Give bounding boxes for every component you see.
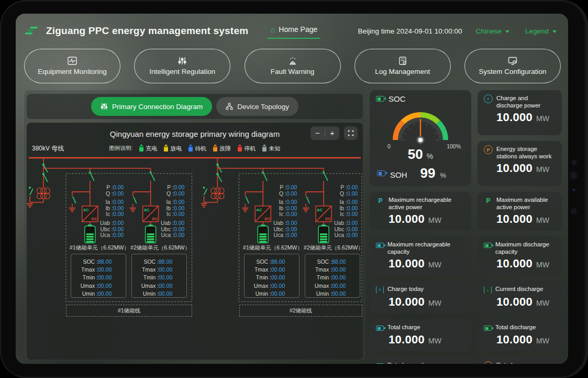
nav-intelligent-regulation[interactable]: Intelligent Regulation <box>134 49 230 83</box>
measurement-label: Uca <box>160 232 174 239</box>
metric-title: Current discharge <box>495 285 543 293</box>
stat-value: 00.00 <box>332 274 351 282</box>
home-page-tab[interactable]: ⌂ Home Page <box>267 23 320 39</box>
stat-value: 00.00 <box>271 282 291 290</box>
busbar-label: 380kV 母线 <box>32 144 64 153</box>
measurement-value: 0.00 <box>347 232 358 238</box>
app-logo <box>25 25 41 37</box>
stat-label: SOC <box>314 258 332 266</box>
nav-label: Equipment Monitoring <box>38 68 106 75</box>
measurement-value: 0.00 <box>174 232 184 238</box>
metric-value: 10.000 <box>389 295 425 309</box>
stat-value: 00.00 <box>98 274 117 282</box>
line-label-box: #1储能线 <box>66 305 192 317</box>
card-icon <box>376 326 384 331</box>
ac-label: AC <box>144 208 150 212</box>
stat-value: 88.00 <box>332 258 351 266</box>
chevron-down-icon <box>505 30 509 33</box>
legend-label: 停机 <box>244 145 256 153</box>
diagram-title: Qingyuan energy storage primary wiring d… <box>110 129 280 138</box>
card-icon: P <box>484 145 493 154</box>
measurement-label: P <box>99 185 113 191</box>
measurement-label: Q <box>334 191 347 197</box>
zoom-in-button[interactable]: + <box>325 126 339 140</box>
measurement-value: 0.00 <box>347 199 358 205</box>
stat-label: SOC <box>140 258 159 266</box>
unit-measurements: P0.00Q0.00Ia0.00Ib0.00Ic0.00Uab0.00Ubc0.… <box>334 185 358 239</box>
stat-label: Tmin <box>314 274 332 282</box>
circuit-canvas[interactable]: AC DC AC DC <box>27 155 363 361</box>
legend-title: 图例说明: <box>109 145 132 152</box>
fullscreen-button[interactable] <box>344 126 358 140</box>
nav-fault-warning[interactable]: Fault Warning <box>245 49 341 83</box>
measurement-label: P <box>334 185 347 191</box>
soc-gauge-card: SOC <box>370 90 471 186</box>
card-icon: P <box>484 196 493 205</box>
legend-dropdown[interactable]: Legend <box>525 27 557 35</box>
battery-icon <box>139 146 143 152</box>
metric-title: Maximum available active power <box>496 196 556 211</box>
language-dropdown[interactable]: Chinese <box>475 27 509 35</box>
stat-label: Umin <box>80 290 98 298</box>
measurement-label: Uab <box>99 220 113 226</box>
screen-gear-icon <box>508 57 517 65</box>
stat-label: Umax <box>253 282 271 290</box>
zoom-controls: − + <box>310 126 339 140</box>
measurement-value: 0.00 <box>286 205 297 211</box>
wiring-diagram-panel: Primary Connection Diagram <box>24 90 365 361</box>
measurement-value: 0.00 <box>286 232 297 238</box>
stat-label: Tmin <box>80 274 98 282</box>
metric-card: ⚡ Charge and discharge power 10.000 MW <box>478 90 562 135</box>
battery-icon <box>213 146 217 152</box>
measurement-value: 0.00 <box>113 184 124 190</box>
stat-value: 00.00 <box>271 290 291 298</box>
metric-value: 10.000 <box>496 212 532 226</box>
stat-value: 00.00 <box>159 282 178 290</box>
legend-item: 未知 <box>262 145 280 153</box>
diagram-tabs: Primary Connection Diagram <box>27 94 363 119</box>
soc-battery-icon <box>376 96 384 102</box>
unit-measurements: P0.00Q0.00Ia0.00Ib0.00Ic0.00Uab0.00Ubc0.… <box>160 185 184 239</box>
nav-equipment-monitoring[interactable]: Equipment Monitoring <box>24 49 120 83</box>
nav-log-management[interactable]: Log Management <box>354 49 451 83</box>
camera-lens <box>569 171 578 180</box>
measurement-value: 0.00 <box>174 205 184 211</box>
dc-label: DC <box>325 217 331 221</box>
metric-card: Total charge 10.000 MW <box>370 319 471 351</box>
measurement-label: Ic <box>334 211 347 218</box>
metric-unit: MW <box>536 165 549 174</box>
alarm-icon <box>288 57 297 65</box>
tab-device-topology[interactable]: Device Topology <box>216 97 298 116</box>
primary-wiring-diagram: Qingyuan energy storage primary wiring d… <box>27 123 363 360</box>
gauge-min-label: 0 <box>387 143 391 149</box>
stat-value: 00.00 <box>332 282 351 290</box>
measurement-value: 0.00 <box>113 205 124 211</box>
nav-system-configuration[interactable]: System Configuration <box>464 49 561 83</box>
home-icon: ⌂ <box>270 26 275 34</box>
metric-unit: MW <box>428 299 441 307</box>
dc-label: DC <box>264 217 270 221</box>
tab-primary-connection-diagram[interactable]: Primary Connection Diagram <box>91 97 212 116</box>
stat-label: Tmax <box>80 266 98 274</box>
stat-label: Umax <box>140 282 159 290</box>
measurement-value: 0.00 <box>113 226 124 232</box>
unit-stats-box: SOC88.00Tmax00.00Tmin00.00Umax00.00Umin0… <box>131 254 187 298</box>
measurement-value: 0.00 <box>174 220 184 226</box>
dc-label: DC <box>152 217 158 221</box>
stat-value: 88.00 <box>159 258 178 266</box>
metric-value: 10.000 <box>389 212 425 226</box>
stat-value: 00.00 <box>98 266 117 274</box>
zoom-out-button[interactable]: − <box>310 126 325 140</box>
language-label: Chinese <box>475 27 502 35</box>
measurement-label: Uca <box>334 232 347 239</box>
metric-card: Maximum discharge capacity 10.000 MW <box>478 236 562 275</box>
nav-label: Log Management <box>375 68 430 75</box>
legend-item: 放电 <box>164 145 182 153</box>
stat-label: Umax <box>314 282 332 290</box>
card-icon: ↓ <box>484 286 492 294</box>
measurement-value: 0.00 <box>286 220 297 226</box>
metric-value: 10.000 <box>496 111 532 124</box>
metric-card: Maximum rechargeable capacity 10.000 MW <box>370 236 471 275</box>
metric-card: P Energy storage stations always work 10… <box>478 141 562 186</box>
metric-unit: MW <box>428 216 441 224</box>
